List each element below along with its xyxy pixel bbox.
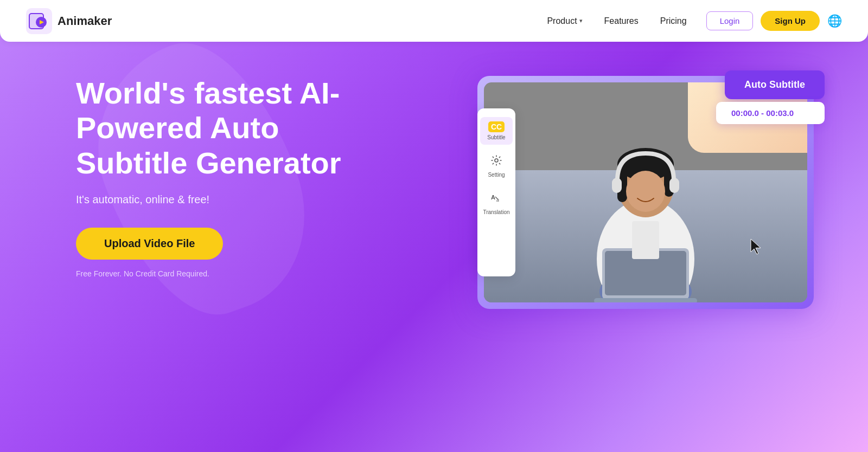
svg-rect-20 [594, 298, 697, 302]
signup-button[interactable]: Sign Up [761, 11, 820, 31]
upload-button[interactable]: Upload Video File [76, 228, 223, 260]
hero-subtitle: It's automatic, online & free! [76, 193, 369, 206]
translation-icon: A a [490, 192, 502, 207]
svg-rect-21 [632, 221, 659, 259]
login-button[interactable]: Login [706, 11, 754, 30]
logo-icon [26, 8, 52, 34]
svg-text:A: A [491, 194, 495, 201]
chevron-down-icon: ▾ [579, 17, 583, 24]
person-svg [542, 107, 749, 302]
nav-links: Product ▾ Features Pricing [547, 16, 686, 26]
svg-point-15 [626, 171, 665, 212]
sidebar-item-translation[interactable]: A a Translation [480, 188, 513, 219]
sidebar-panel: CC Subtitle Setting [477, 108, 515, 276]
subtitle-icon: CC [488, 121, 505, 132]
sidebar-label-translation: Translation [483, 209, 509, 215]
svg-rect-16 [612, 178, 622, 193]
sidebar-label-subtitle: Subtitle [487, 134, 505, 140]
timestamp-card: 00:00.0 - 00:03.0 [716, 102, 825, 124]
hero-content: World's fastest AI-Powered Auto Subtitle… [76, 76, 369, 278]
navbar: Animaker Product ▾ Features Pricing Logi… [0, 0, 868, 42]
hero-title: World's fastest AI-Powered Auto Subtitle… [76, 76, 369, 180]
auto-subtitle-card: Auto Subtitle [725, 70, 825, 99]
svg-point-5 [495, 159, 498, 162]
logo-area[interactable]: Animaker [26, 8, 112, 34]
nav-pricing[interactable]: Pricing [660, 16, 687, 26]
sidebar-item-subtitle[interactable]: CC Subtitle [480, 117, 513, 145]
globe-icon[interactable]: 🌐 [827, 14, 842, 28]
auto-subtitle-label: Auto Subtitle [744, 79, 805, 90]
hero-illustration: Auto Subtitle 00:00.0 - 00:03.0 CC Subti… [445, 60, 814, 320]
timestamp-value: 00:00.0 - 00:03.0 [731, 108, 794, 118]
sidebar-label-setting: Setting [488, 172, 505, 178]
svg-rect-17 [669, 178, 679, 193]
logo-text: Animaker [58, 14, 112, 28]
hero-note: Free Forever. No Credit Card Required. [76, 269, 369, 278]
setting-icon [490, 154, 502, 170]
nav-actions: Login Sign Up 🌐 [706, 11, 842, 31]
nav-features[interactable]: Features [604, 16, 639, 26]
hero-section: World's fastest AI-Powered Auto Subtitle… [0, 0, 868, 452]
nav-product[interactable]: Product ▾ [547, 16, 582, 26]
cursor-icon [749, 238, 764, 259]
sidebar-item-setting[interactable]: Setting [480, 150, 513, 182]
